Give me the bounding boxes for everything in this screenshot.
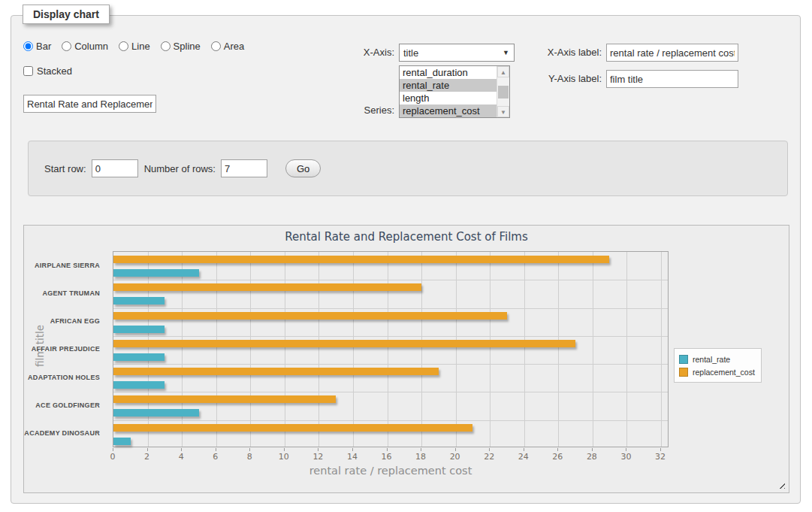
display-chart-fieldset: BarColumnLineSplineArea Stacked X-Axis: … [11, 15, 801, 504]
chart-container: Rental Rate and Replacement Cost of Film… [23, 225, 789, 493]
chart-type-radio-line[interactable] [119, 41, 128, 51]
chart-type-option-label: Area [224, 41, 244, 52]
grid-vline [524, 252, 525, 447]
chart-type-option-label: Line [131, 41, 150, 52]
x-tick-mark [284, 448, 285, 451]
start-row-input[interactable] [92, 159, 138, 177]
x-tick-label: 22 [484, 452, 494, 462]
chart-type-option-column[interactable]: Column [62, 41, 108, 52]
x-tick-mark [626, 448, 626, 451]
series-option-rental_rate[interactable]: rental_rate [400, 79, 497, 92]
x-tick-label: 8 [247, 452, 252, 462]
chart-type-option-area[interactable]: Area [211, 41, 244, 52]
x-tick-label: 0 [110, 452, 116, 462]
x-tick-label: 24 [518, 452, 529, 462]
chart-type-option-bar[interactable]: Bar [23, 41, 51, 52]
bar-replacement_cost [113, 340, 575, 347]
bar-replacement_cost [113, 283, 421, 291]
legend-label: replacement_cost [693, 368, 755, 377]
bar-replacement_cost [113, 312, 507, 320]
start-row-label: Start row: [44, 163, 86, 174]
chart-type-option-label: Bar [36, 41, 51, 52]
chart-type-radio-bar[interactable] [23, 41, 33, 51]
x-tick-mark [524, 448, 524, 451]
grid-vline [421, 252, 422, 447]
chart-type-option-spline[interactable]: Spline [161, 41, 201, 52]
bar-replacement_cost [113, 395, 336, 403]
grid-vline [216, 252, 217, 447]
x-tick-mark [318, 448, 318, 451]
chart-type-radio-area[interactable] [211, 41, 221, 51]
x-axis-title: rental rate / replacement cost [113, 465, 669, 477]
x-tick-mark [249, 448, 250, 451]
grid-vline [388, 252, 388, 447]
resize-handle[interactable] [777, 480, 785, 489]
chart-title: Rental Rate and Replacement Cost of Film… [24, 230, 789, 244]
x-axis-selected-value: title [403, 47, 418, 59]
series-option-length[interactable]: length [400, 92, 497, 105]
x-tick-mark [489, 448, 490, 451]
legend-swatch [679, 368, 688, 377]
series-option-rental_duration[interactable]: rental_duration [400, 66, 497, 79]
scroll-down-icon[interactable]: ▼ [497, 106, 509, 117]
stacked-checkbox[interactable] [23, 66, 33, 76]
x-tick-label: 10 [279, 452, 289, 462]
y-axis-label-input[interactable] [606, 70, 738, 88]
grid-vline [456, 252, 457, 447]
grid-hline [113, 280, 668, 280]
chart-type-option-line[interactable]: Line [119, 41, 150, 52]
category-label: ACADEMY DINOSAUR [24, 420, 107, 447]
x-tick-label: 18 [415, 452, 426, 462]
series-option-replacement_cost[interactable]: replacement_cost [400, 105, 497, 117]
bar-rental_rate [113, 297, 165, 304]
scrollbar-thumb[interactable] [498, 86, 509, 98]
x-tick-label: 16 [382, 452, 392, 462]
bar-rental_rate [113, 353, 165, 361]
x-tick-label: 28 [587, 452, 597, 462]
x-tick-mark [660, 448, 661, 451]
category-label: AFFAIR PREJUDICE [24, 335, 107, 363]
bar-replacement_cost [113, 368, 439, 375]
grid-vline [182, 252, 183, 447]
page: Display chart BarColumnLineSplineArea St… [0, 0, 812, 512]
x-tick-label: 2 [144, 452, 149, 462]
x-tick-mark [352, 448, 353, 451]
bar-rental_rate [113, 269, 199, 277]
x-axis-label-input[interactable] [606, 44, 738, 62]
bar-rental_rate [113, 438, 131, 445]
bar-rental_rate [113, 409, 199, 417]
grid-hline [113, 420, 668, 421]
x-tick-mark [557, 448, 558, 451]
number-of-rows-input[interactable] [221, 159, 267, 177]
x-tick-mark [421, 448, 421, 451]
x-tick-mark [387, 448, 388, 451]
chart-type-radio-spline[interactable] [161, 41, 171, 51]
stacked-label: Stacked [37, 65, 72, 77]
chart-legend: rental_ratereplacement_cost [674, 348, 762, 383]
stacked-option[interactable]: Stacked [23, 65, 72, 77]
x-tick-mark [455, 448, 456, 451]
grid-vline [353, 252, 354, 447]
series-options: rental_durationrental_ratelengthreplacem… [400, 66, 497, 117]
chart-type-radio-group: BarColumnLineSplineArea [23, 41, 244, 52]
go-button[interactable]: Go [285, 159, 321, 177]
plot-area [113, 251, 669, 447]
grid-vline [148, 252, 149, 447]
bar-rental_rate [113, 381, 165, 389]
row-controls-toolbar: Start row: Number of rows: Go [28, 141, 788, 196]
bar-replacement_cost [113, 256, 609, 263]
x-tick-label: 12 [312, 452, 323, 462]
legend-item-rental_rate: rental_rate [679, 353, 755, 365]
grid-vline [558, 252, 559, 447]
chart-type-radio-column[interactable] [62, 41, 71, 51]
grid-hline [113, 308, 668, 309]
x-tick-mark [181, 448, 182, 451]
x-tick-mark [216, 448, 216, 451]
chart-type-option-label: Column [74, 41, 108, 52]
series-select-label: Series: [297, 105, 394, 116]
category-label: AGENT TRUMAN [24, 279, 107, 307]
chart-type-option-label: Spline [174, 41, 201, 52]
grid-vline [593, 252, 593, 447]
x-tick-mark [592, 448, 593, 451]
chart-title-input[interactable] [23, 95, 156, 113]
